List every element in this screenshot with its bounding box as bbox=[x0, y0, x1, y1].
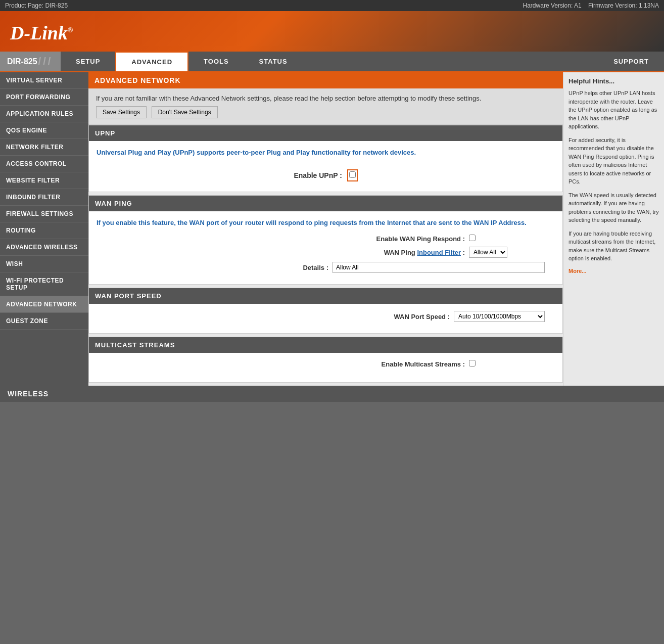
wan-ping-enable-row: Enable WAN Ping Respond : bbox=[97, 235, 555, 243]
inbound-filter-select[interactable]: Allow All Deny All bbox=[469, 247, 507, 258]
hints-panel: Helpful Hints... UPnP helps other UPnP L… bbox=[563, 72, 664, 386]
wan-port-speed-section: WAN PORT SPEED WAN Port Speed : Auto 10/… bbox=[88, 288, 563, 334]
hint-4: If you are having trouble receiving mult… bbox=[568, 229, 659, 263]
wan-port-speed-header: WAN PORT SPEED bbox=[89, 288, 562, 304]
upnp-enable-checkbox[interactable] bbox=[349, 171, 356, 178]
tab-tools[interactable]: TOOLS bbox=[188, 52, 244, 71]
content-area: ADVANCED NETWORK If you are not familiar… bbox=[88, 72, 563, 386]
sidebar-item-website-filter[interactable]: WEBSITE FILTER bbox=[0, 172, 88, 189]
upnp-section: UPNP Universal Plug and Play (UPnP) supp… bbox=[88, 125, 563, 192]
multicast-enable-checkbox[interactable] bbox=[469, 360, 476, 366]
inbound-filter-row: WAN Ping Inbound Filter : Allow All Deny… bbox=[97, 247, 555, 258]
sidebar-item-inbound-filter[interactable]: INBOUND FILTER bbox=[0, 189, 88, 206]
inbound-filter-label: WAN Ping Inbound Filter : bbox=[354, 249, 465, 256]
wan-port-speed-value: Auto 10/100/1000Mbps 10Mbps - Half Duple… bbox=[454, 311, 545, 322]
more-link[interactable]: More... bbox=[568, 268, 659, 274]
upnp-checkbox-wrapper bbox=[347, 169, 358, 181]
hints-title: Helpful Hints... bbox=[568, 77, 659, 85]
multicast-enable-label: Enable Multicast Streams : bbox=[354, 360, 465, 368]
save-settings-button[interactable]: Save Settings bbox=[96, 106, 147, 118]
sidebar-item-virtual-server[interactable]: VIRTUAL SERVER bbox=[0, 72, 88, 89]
sidebar-item-network-filter[interactable]: NETWORK FILTER bbox=[0, 139, 88, 156]
sidebar-item-wifi-protected-setup[interactable]: WI-FI PROTECTED SETUP bbox=[0, 272, 88, 296]
wan-port-speed-content: WAN Port Speed : Auto 10/100/1000Mbps 10… bbox=[89, 304, 562, 333]
details-row: Details : bbox=[97, 262, 555, 273]
sidebar-item-qos-engine[interactable]: QOS ENGINE bbox=[0, 122, 88, 139]
product-info: Product Page: DIR-825 bbox=[5, 2, 68, 9]
sidebar-item-advanced-wireless[interactable]: ADVANCED WIRELESS bbox=[0, 239, 88, 256]
sidebar-item-guest-zone[interactable]: GUEST ZONE bbox=[0, 313, 88, 330]
footer-text: WIRELESS bbox=[8, 390, 49, 398]
wan-port-speed-label: WAN Port Speed : bbox=[339, 313, 450, 320]
sidebar-item-access-control[interactable]: ACCESS CONTROL bbox=[0, 156, 88, 172]
sidebar-item-advanced-network[interactable]: ADVANCED NETWORK bbox=[0, 296, 88, 313]
logo: D-Link® bbox=[10, 22, 73, 44]
wan-ping-section: WAN PING If you enable this feature, the… bbox=[88, 195, 563, 285]
sidebar-item-firewall-settings[interactable]: FIREWALL SETTINGS bbox=[0, 206, 88, 222]
version-info: Hardware Version: A1 Firmware Version: 1… bbox=[523, 2, 659, 9]
multicast-content: Enable Multicast Streams : bbox=[89, 353, 562, 382]
wan-ping-enable-checkbox[interactable] bbox=[469, 235, 476, 241]
tab-status[interactable]: STATUS bbox=[244, 52, 303, 71]
wan-port-speed-select[interactable]: Auto 10/100/1000Mbps 10Mbps - Half Duple… bbox=[454, 311, 545, 322]
details-value bbox=[333, 262, 545, 273]
top-bar: Product Page: DIR-825 Hardware Version: … bbox=[0, 0, 664, 11]
multicast-streams-section: MULTICAST STREAMS Enable Multicast Strea… bbox=[88, 337, 563, 383]
main-layout: VIRTUAL SERVER PORT FORWARDING APPLICATI… bbox=[0, 72, 664, 386]
page-title: ADVANCED NETWORK bbox=[88, 72, 563, 88]
wan-ping-content: If you enable this feature, the WAN port… bbox=[89, 211, 562, 284]
hint-3: The WAN speed is usually detected automa… bbox=[568, 191, 659, 224]
hint-2: For added security, it is recommended th… bbox=[568, 136, 659, 186]
wan-ping-enable-value bbox=[469, 235, 545, 243]
upnp-enable-label: Enable UPnP : bbox=[294, 171, 342, 179]
tab-setup[interactable]: SETUP bbox=[61, 52, 115, 71]
sidebar-item-routing[interactable]: ROUTING bbox=[0, 222, 88, 239]
multicast-header: MULTICAST STREAMS bbox=[89, 337, 562, 353]
info-box: If you are not familiar with these Advan… bbox=[88, 88, 563, 125]
tab-advanced[interactable]: ADVANCED bbox=[115, 52, 188, 71]
sidebar-item-port-forwarding[interactable]: PORT FORWARDING bbox=[0, 89, 88, 106]
multicast-enable-row: Enable Multicast Streams : bbox=[97, 360, 555, 368]
details-input[interactable] bbox=[333, 262, 545, 273]
wan-port-speed-row: WAN Port Speed : Auto 10/100/1000Mbps 10… bbox=[97, 311, 555, 322]
model-label: DIR-825 /// bbox=[0, 52, 61, 71]
inbound-filter-value: Allow All Deny All bbox=[469, 247, 545, 258]
wan-ping-description: If you enable this feature, the WAN port… bbox=[97, 218, 555, 227]
wan-ping-enable-label: Enable WAN Ping Respond : bbox=[354, 235, 465, 243]
sidebar-item-wish[interactable]: WISH bbox=[0, 256, 88, 272]
inbound-filter-link[interactable]: Inbound Filter bbox=[417, 249, 461, 256]
upnp-enable-row: Enable UPnP : bbox=[89, 164, 562, 192]
dont-save-settings-button[interactable]: Don't Save Settings bbox=[152, 106, 218, 118]
wan-ping-header: WAN PING bbox=[89, 196, 562, 211]
hint-1: UPnP helps other UPnP LAN hosts interope… bbox=[568, 89, 659, 131]
footer: WIRELESS bbox=[0, 386, 664, 402]
upnp-header: UPNP bbox=[89, 125, 562, 141]
info-text: If you are not familiar with these Advan… bbox=[96, 95, 555, 102]
header: D-Link® bbox=[0, 11, 664, 52]
sidebar: VIRTUAL SERVER PORT FORWARDING APPLICATI… bbox=[0, 72, 88, 386]
details-label: Details : bbox=[217, 264, 328, 271]
sidebar-item-application-rules[interactable]: APPLICATION RULES bbox=[0, 106, 88, 122]
tab-support[interactable]: SUPPORT bbox=[598, 52, 664, 71]
multicast-enable-value bbox=[469, 360, 545, 368]
upnp-description: Universal Plug and Play (UPnP) supports … bbox=[89, 141, 562, 164]
nav-tabs: DIR-825 /// SETUP ADVANCED TOOLS STATUS … bbox=[0, 52, 664, 72]
